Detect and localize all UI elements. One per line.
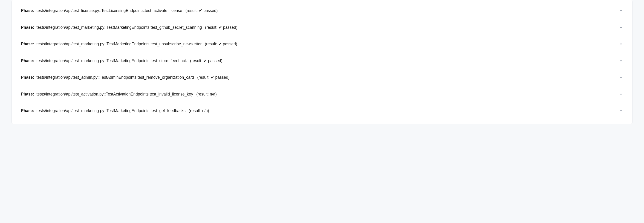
chevron-down-icon[interactable] [619,42,623,46]
phase-test-name: tests/integration/api/test_marketing.py:… [36,24,202,30]
phase-test-name: tests/integration/api/test_activation.py… [36,91,193,97]
phase-row[interactable]: Phase:tests/integration/api/test_admin.p… [12,69,632,86]
phase-result: (result: ✔ passed) [205,41,237,47]
phase-content: Phase:tests/integration/api/test_marketi… [21,24,238,30]
result-status: passed [222,42,236,46]
result-suffix: ) [208,108,209,113]
result-status: passed [222,25,236,30]
result-prefix: (result: [205,25,218,30]
result-suffix: ) [221,58,222,63]
checkmark-icon: ✔ [211,75,214,80]
chevron-down-icon[interactable] [619,108,623,113]
phase-row[interactable]: Phase:tests/integration/api/test_marketi… [12,52,632,69]
result-suffix: ) [228,75,230,80]
result-prefix: (result: [190,58,204,63]
phase-test-name: tests/integration/api/test_license.py::T… [36,8,182,14]
phase-label: Phase: [21,108,34,114]
checkmark-icon: ✔ [218,42,222,46]
chevron-down-icon[interactable] [619,75,623,80]
chevron-down-icon[interactable] [619,59,623,63]
phase-content: Phase:tests/integration/api/test_marketi… [21,41,237,47]
phase-label: Phase: [21,24,34,30]
result-prefix: (result: [186,8,199,13]
result-prefix: (result: [189,108,202,113]
phase-row[interactable]: Phase:tests/integration/api/test_marketi… [12,36,632,52]
phase-list-container: Phase:tests/integration/api/test_license… [12,0,632,124]
phase-label: Phase: [21,74,34,80]
phase-content: Phase:tests/integration/api/test_admin.p… [21,74,230,80]
chevron-down-icon[interactable] [619,8,623,13]
result-suffix: ) [236,25,238,30]
phase-label: Phase: [21,41,34,47]
phase-test-name: tests/integration/api/test_marketing.py:… [36,108,186,114]
phase-result: (result: ✔ passed) [197,74,230,80]
phase-row[interactable]: Phase:tests/integration/api/test_marketi… [12,19,632,36]
phase-row[interactable]: Phase:tests/integration/api/test_activat… [12,86,632,103]
phase-test-name: tests/integration/api/test_marketing.py:… [36,58,187,64]
result-status: n/a [210,92,215,96]
phase-result: (result: ✔ passed) [205,24,237,30]
chevron-down-icon[interactable] [619,92,623,96]
phase-content: Phase:tests/integration/api/test_license… [21,8,218,14]
checkmark-icon: ✔ [199,8,202,13]
result-status: passed [207,58,221,63]
phase-label: Phase: [21,58,34,64]
result-suffix: ) [215,92,217,96]
result-suffix: ) [236,42,237,46]
phase-test-name: tests/integration/api/test_marketing.py:… [36,41,202,47]
result-status: passed [214,75,228,80]
result-status: n/a [202,108,208,113]
result-status: passed [202,8,216,13]
phase-content: Phase:tests/integration/api/test_marketi… [21,58,222,64]
result-prefix: (result: [205,42,218,46]
phase-content: Phase:tests/integration/api/test_activat… [21,91,217,97]
checkmark-icon: ✔ [204,58,207,63]
phase-label: Phase: [21,8,34,14]
phase-label: Phase: [21,91,34,97]
chevron-down-icon[interactable] [619,25,623,30]
phase-row[interactable]: Phase:tests/integration/api/test_marketi… [12,102,632,119]
result-suffix: ) [216,8,218,13]
result-prefix: (result: [197,75,210,80]
phase-content: Phase:tests/integration/api/test_marketi… [21,108,209,114]
result-prefix: (result: [196,92,210,96]
phase-result: (result: n/a) [196,91,217,97]
phase-row[interactable]: Phase:tests/integration/api/test_license… [12,2,632,19]
phase-result: (result: n/a) [189,108,209,114]
phase-result: (result: ✔ passed) [190,58,222,64]
checkmark-icon: ✔ [218,25,222,30]
phase-result: (result: ✔ passed) [186,8,218,14]
phase-test-name: tests/integration/api/test_admin.py::Tes… [36,74,194,80]
